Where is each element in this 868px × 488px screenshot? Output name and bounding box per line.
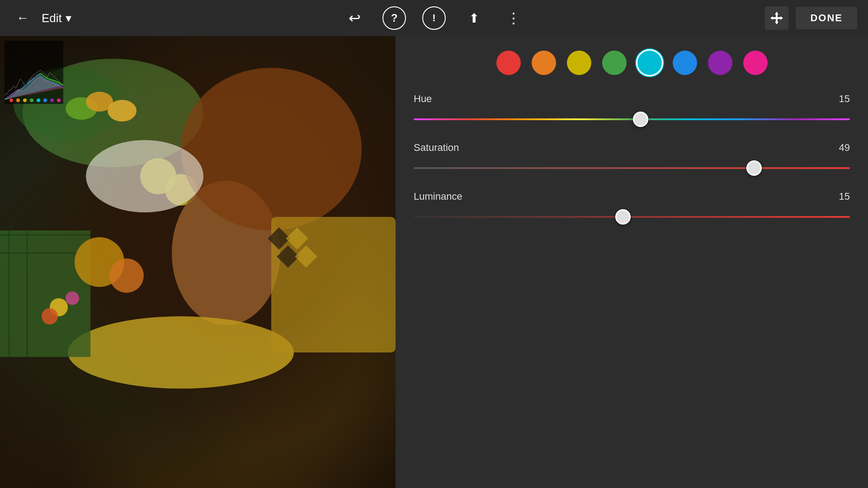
luminance-label: Luminance bbox=[414, 191, 462, 202]
move-icon-button[interactable] bbox=[765, 6, 788, 30]
svg-point-14 bbox=[57, 99, 61, 102]
alert-button[interactable]: ! bbox=[422, 6, 446, 30]
histogram bbox=[5, 41, 63, 104]
top-bar-right: DONE bbox=[765, 6, 857, 30]
image-panel bbox=[0, 36, 396, 488]
svg-point-24 bbox=[181, 68, 362, 230]
help-icon: ? bbox=[391, 12, 398, 24]
svg-point-20 bbox=[108, 100, 137, 122]
more-button[interactable]: ⋮ bbox=[502, 6, 525, 30]
hue-slider-section: Hue 15 bbox=[414, 93, 850, 127]
svg-point-13 bbox=[50, 99, 54, 102]
help-button[interactable]: ? bbox=[382, 6, 406, 30]
color-circle-magenta[interactable] bbox=[743, 51, 768, 75]
color-circle-blue[interactable] bbox=[673, 51, 697, 75]
luminance-track bbox=[414, 216, 850, 218]
hue-label: Hue bbox=[414, 93, 432, 105]
color-circles bbox=[414, 51, 850, 75]
color-circle-yellow[interactable] bbox=[567, 51, 591, 75]
saturation-slider-track-container[interactable] bbox=[414, 160, 850, 176]
edit-dropdown[interactable]: Edit ▾ bbox=[42, 11, 71, 25]
done-button[interactable]: DONE bbox=[796, 7, 857, 29]
hue-value: 15 bbox=[839, 93, 850, 105]
top-bar-center: ↩ ? ! ⬆ ⋮ bbox=[343, 6, 525, 30]
color-circle-green[interactable] bbox=[602, 51, 627, 75]
right-panel: Hue 15 Saturation 49 L bbox=[396, 36, 868, 488]
alert-icon: ! bbox=[432, 12, 435, 24]
svg-point-8 bbox=[16, 99, 20, 102]
luminance-slider-track-container[interactable] bbox=[414, 209, 850, 225]
color-circle-cyan[interactable] bbox=[637, 51, 662, 75]
back-button[interactable]: ← bbox=[11, 6, 34, 30]
luminance-thumb[interactable] bbox=[615, 209, 631, 225]
edit-label-text: Edit bbox=[42, 11, 62, 25]
svg-rect-5 bbox=[771, 17, 782, 19]
main-area: Hue 15 Saturation 49 L bbox=[0, 36, 868, 488]
done-label: DONE bbox=[810, 12, 843, 23]
svg-point-25 bbox=[68, 316, 294, 389]
svg-point-10 bbox=[30, 99, 33, 102]
saturation-slider-header: Saturation 49 bbox=[414, 142, 850, 154]
saturation-slider-section: Saturation 49 bbox=[414, 142, 850, 176]
saturation-track bbox=[414, 167, 850, 169]
saturation-label: Saturation bbox=[414, 142, 459, 154]
hue-slider-header: Hue 15 bbox=[414, 93, 850, 105]
color-circle-purple[interactable] bbox=[708, 51, 732, 75]
color-circle-red[interactable] bbox=[496, 51, 521, 75]
svg-point-11 bbox=[37, 99, 40, 102]
move-icon bbox=[769, 11, 784, 25]
hue-thumb[interactable] bbox=[633, 112, 648, 127]
saturation-thumb[interactable] bbox=[746, 160, 762, 176]
share-icon: ⬆ bbox=[469, 11, 479, 26]
svg-point-36 bbox=[42, 308, 58, 324]
more-icon: ⋮ bbox=[506, 9, 521, 27]
top-bar: ← Edit ▾ ↩ ? ! ⬆ ⋮ bbox=[0, 0, 868, 36]
hue-slider-track-container[interactable] bbox=[414, 111, 850, 127]
svg-point-9 bbox=[23, 99, 27, 102]
luminance-slider-header: Luminance 15 bbox=[414, 191, 850, 202]
undo-button[interactable]: ↩ bbox=[343, 6, 366, 30]
luminance-value: 15 bbox=[839, 191, 850, 202]
edit-dropdown-icon: ▾ bbox=[66, 11, 71, 25]
saturation-value: 49 bbox=[839, 142, 850, 154]
color-circle-orange[interactable] bbox=[532, 51, 556, 75]
svg-point-12 bbox=[43, 99, 47, 102]
svg-point-41 bbox=[86, 140, 203, 212]
undo-icon: ↩ bbox=[349, 9, 361, 27]
share-button[interactable]: ⬆ bbox=[462, 6, 486, 30]
svg-point-7 bbox=[9, 99, 13, 102]
back-icon: ← bbox=[16, 11, 29, 25]
svg-point-35 bbox=[66, 291, 79, 305]
histogram-svg bbox=[5, 41, 63, 104]
luminance-slider-section: Luminance 15 bbox=[414, 191, 850, 225]
hue-track bbox=[414, 118, 850, 120]
svg-point-33 bbox=[109, 258, 144, 293]
